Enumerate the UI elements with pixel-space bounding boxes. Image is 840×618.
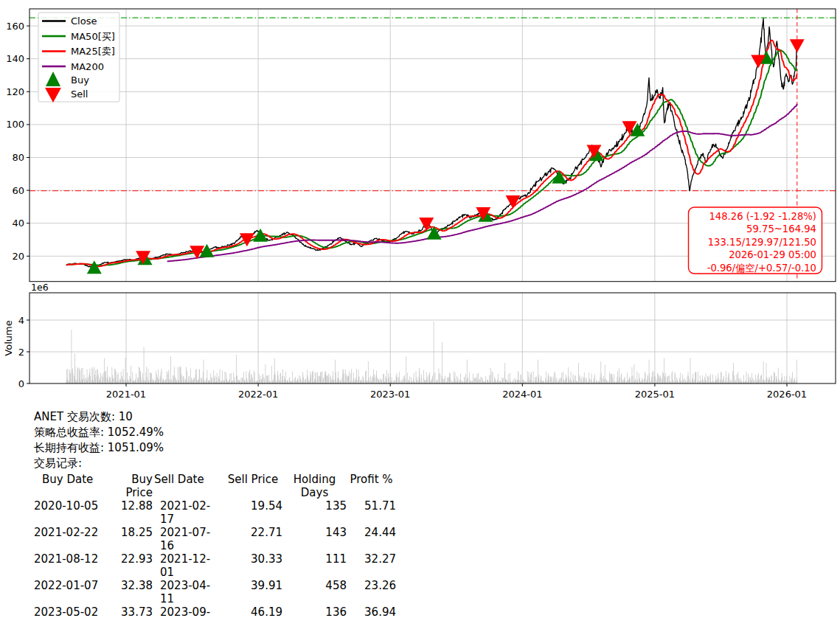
sell-marker [790, 39, 805, 52]
trade-cell: 36.94 [347, 605, 396, 618]
svg-text:Volume: Volume [3, 320, 14, 355]
trade-cell: 2022-01-07 [34, 579, 108, 605]
trades-table: Buy Date Buy Price Sell Date Sell Price … [34, 473, 396, 618]
trade-cell: 32.27 [347, 552, 396, 579]
svg-text:Buy: Buy [71, 74, 89, 86]
svg-text:4: 4 [18, 315, 24, 326]
trade-row: 2021-02-2218.252021-07-1622.7114324.44 [34, 526, 396, 552]
trade-cell: 2020-10-05 [34, 499, 108, 526]
price-annotation: 148.26 (-1.92 -1.28%)59.75~164.94133.15/… [689, 207, 822, 274]
trade-cell: 2021-02-17 [153, 499, 223, 526]
trade-cell: 111 [282, 552, 347, 579]
svg-text:148.26 (-1.92 -1.28%): 148.26 (-1.92 -1.28%) [709, 211, 816, 222]
svg-text:2025-01: 2025-01 [635, 389, 675, 400]
svg-text:160: 160 [6, 21, 24, 32]
trade-cell: 39.91 [223, 579, 282, 605]
buy-hold-return-line: 长期持有收益: 1051.09% [34, 440, 164, 456]
trade-cell: 33.73 [108, 605, 153, 618]
trade-cell: 19.54 [223, 499, 282, 526]
trade-cell: 2021-07-16 [153, 526, 223, 552]
svg-text:100: 100 [6, 119, 24, 130]
svg-text:80: 80 [12, 152, 24, 163]
stats-block: ANET 交易次数: 10 策略总收益率: 1052.49% 长期持有收益: 1… [34, 409, 164, 471]
trade-cell: 30.33 [223, 552, 282, 579]
strategy-return-line: 策略总收益率: 1052.49% [34, 425, 164, 440]
svg-text:-0.96/偏空/+0.57/-0.10: -0.96/偏空/+0.57/-0.10 [707, 263, 816, 274]
trade-row: 2021-08-1222.932021-12-0130.3311132.27 [34, 552, 396, 579]
trades-table-header: Buy Date Buy Price Sell Date Sell Price … [34, 473, 396, 499]
trade-cell: 24.44 [347, 526, 396, 552]
svg-text:MA200: MA200 [71, 61, 104, 72]
trades-count-line: ANET 交易次数: 10 [34, 409, 164, 425]
svg-text:2026-01: 2026-01 [767, 389, 807, 400]
svg-text:Sell: Sell [71, 88, 88, 100]
svg-text:60: 60 [12, 185, 24, 196]
trade-cell: 23.26 [347, 579, 396, 605]
trade-cell: 32.38 [108, 579, 153, 605]
col-profit: Profit % [347, 473, 396, 499]
trade-cell: 2021-02-22 [34, 526, 108, 552]
trade-cell: 22.93 [108, 552, 153, 579]
trade-cell: 22.71 [223, 526, 282, 552]
trade-rows: 2020-10-0512.882021-02-1719.5413551.7120… [34, 499, 396, 618]
trade-cell: 135 [282, 499, 347, 526]
trade-row: 2023-05-0233.732023-09-1546.1913636.94 [34, 605, 396, 618]
trade-cell: 143 [282, 526, 347, 552]
col-sell-price: Sell Price [223, 473, 282, 499]
svg-text:Close: Close [71, 15, 97, 27]
trade-cell: 2023-04-11 [153, 579, 223, 605]
svg-text:2022-01: 2022-01 [238, 389, 278, 400]
col-holding-days: Holding Days [282, 473, 347, 499]
svg-text:2024-01: 2024-01 [502, 389, 542, 400]
svg-text:2: 2 [18, 347, 24, 358]
col-buy-date: Buy Date [34, 473, 108, 499]
trade-cell: 18.25 [108, 526, 153, 552]
trade-cell: 458 [282, 579, 347, 605]
records-heading: 交易记录: [34, 456, 164, 471]
trade-cell: 2021-12-01 [153, 552, 223, 579]
svg-text:2021-01: 2021-01 [106, 389, 146, 400]
chart-svg: 204060801001201401600242021-012022-01202… [0, 0, 840, 402]
volume-panel-border [29, 293, 836, 383]
volume-bars [66, 322, 797, 383]
svg-text:2023-01: 2023-01 [370, 389, 410, 400]
svg-text:0: 0 [18, 378, 24, 389]
svg-text:59.75~164.94: 59.75~164.94 [746, 223, 816, 235]
trade-cell: 2021-08-12 [34, 552, 108, 579]
trade-cell: 46.19 [223, 605, 282, 618]
col-buy-price: Buy Price [108, 473, 153, 499]
gridlines [29, 9, 836, 383]
svg-text:1e6: 1e6 [31, 282, 49, 293]
svg-text:133.15/129.97/121.50: 133.15/129.97/121.50 [708, 237, 816, 248]
trade-cell: 136 [282, 605, 347, 618]
strategy-chart: 204060801001201401600242021-012022-01202… [0, 0, 840, 402]
trade-cell: 2023-05-02 [34, 605, 108, 618]
svg-text:MA25[卖]: MA25[卖] [71, 46, 115, 57]
svg-text:20: 20 [12, 251, 24, 262]
svg-text:40: 40 [12, 218, 24, 229]
svg-text:140: 140 [6, 53, 24, 64]
legend: CloseMA50[买]MA25[卖]MA200BuySell [38, 13, 119, 103]
trade-cell: 12.88 [108, 499, 153, 526]
trade-cell: 51.71 [347, 499, 396, 526]
svg-text:MA50[买]: MA50[买] [71, 31, 115, 42]
trade-cell: 2023-09-15 [153, 605, 223, 618]
svg-text:120: 120 [6, 86, 24, 97]
close-line [66, 18, 797, 268]
trade-row: 2020-10-0512.882021-02-1719.5413551.71 [34, 499, 396, 526]
col-sell-date: Sell Date [153, 473, 223, 499]
svg-text:2026-01-29 05:00: 2026-01-29 05:00 [729, 249, 816, 260]
trade-row: 2022-01-0732.382023-04-1139.9145823.26 [34, 579, 396, 605]
